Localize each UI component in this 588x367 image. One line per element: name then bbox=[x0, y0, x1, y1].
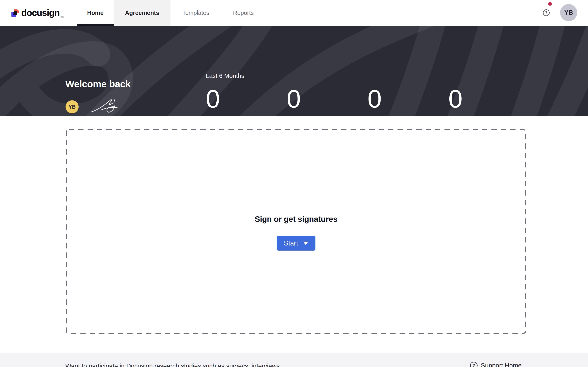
tab-home-label: Home bbox=[87, 9, 104, 16]
docusign-home-page: docusign ™ Home Agreements Templates Rep… bbox=[0, 0, 588, 367]
primary-tabs: Home Agreements Templates Reports bbox=[77, 0, 266, 26]
chevron-down-icon bbox=[303, 242, 308, 245]
research-invite-text: Want to participate in Docusign research… bbox=[65, 363, 281, 367]
tab-agreements[interactable]: Agreements bbox=[114, 0, 171, 26]
stat-expiring-soon: 0 Expiring Soon bbox=[367, 86, 448, 116]
stats-period-label: Last 6 Months bbox=[206, 72, 529, 80]
logo-trademark: ™ bbox=[61, 16, 64, 19]
support-help-icon: ? bbox=[470, 362, 477, 367]
docusign-logo[interactable]: docusign ™ bbox=[11, 0, 64, 26]
hero-avatar-initials: YB bbox=[69, 104, 76, 110]
help-icon: ? bbox=[545, 10, 547, 15]
logo-wordmark: docusign bbox=[21, 8, 60, 18]
user-signature-image bbox=[90, 98, 119, 116]
tab-reports-label: Reports bbox=[233, 9, 254, 16]
agreement-stats: Last 6 Months 0 Action Required 0 Waitin… bbox=[206, 72, 529, 116]
start-button[interactable]: Start bbox=[277, 236, 315, 250]
top-nav: docusign ™ Home Agreements Templates Rep… bbox=[0, 0, 588, 26]
notification-dot bbox=[548, 2, 552, 6]
footer: Want to participate in Docusign research… bbox=[0, 353, 588, 367]
tab-templates-label: Templates bbox=[182, 9, 209, 16]
docusign-logo-icon bbox=[11, 9, 19, 17]
stat-completed-value: 0 bbox=[448, 86, 529, 111]
document-dropzone[interactable]: Sign or get signatures Start bbox=[66, 129, 526, 334]
support-home-link[interactable]: ? Support Home bbox=[470, 362, 522, 367]
user-avatar-initials: YB bbox=[564, 9, 573, 16]
hero-banner: Welcome back YB Last 6 Months 0 Action R… bbox=[0, 26, 588, 116]
stat-waiting-for-others-value: 0 bbox=[287, 86, 367, 111]
tab-templates[interactable]: Templates bbox=[171, 0, 221, 26]
dashed-border bbox=[66, 129, 526, 334]
tab-home[interactable]: Home bbox=[77, 0, 114, 26]
tab-reports[interactable]: Reports bbox=[221, 0, 266, 26]
start-button-label: Start bbox=[284, 239, 298, 247]
stat-expiring-soon-value: 0 bbox=[367, 86, 448, 111]
welcome-heading: Welcome back bbox=[65, 78, 131, 90]
stats-row: 0 Action Required 0 Waiting for Others 0… bbox=[206, 86, 529, 116]
cta-heading: Sign or get signatures bbox=[66, 215, 526, 224]
hero-avatar: YB bbox=[66, 100, 79, 113]
user-avatar-button[interactable]: YB bbox=[560, 4, 577, 21]
help-button[interactable]: ? bbox=[543, 9, 550, 16]
stat-waiting-for-others: 0 Waiting for Others bbox=[287, 86, 367, 116]
stat-action-required: 0 Action Required bbox=[206, 86, 287, 116]
stat-action-required-value: 0 bbox=[206, 86, 287, 111]
tab-agreements-label: Agreements bbox=[125, 9, 159, 16]
support-home-label: Support Home bbox=[481, 362, 522, 367]
stat-completed: 0 Completed bbox=[448, 86, 529, 116]
